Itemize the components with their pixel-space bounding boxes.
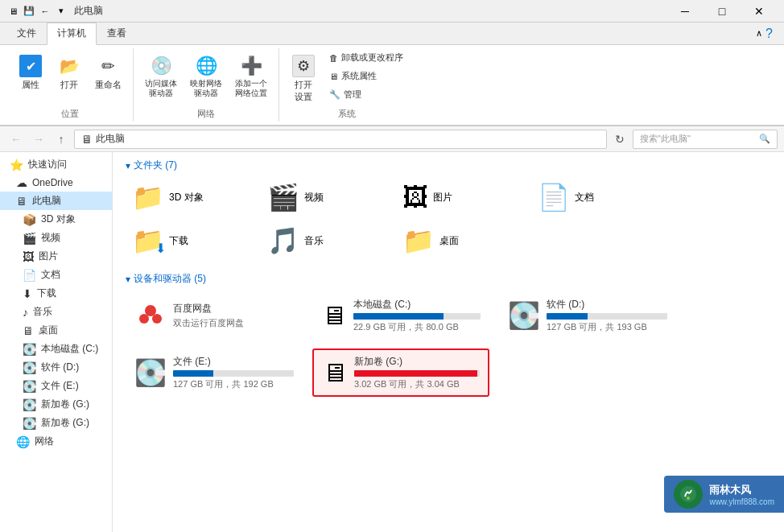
folder-downloads[interactable]: 📁 ⬇ 下载 xyxy=(126,222,254,259)
folder-video-icon: 🎬 xyxy=(267,182,299,212)
sidebar-item-onedrive[interactable]: ☁ OneDrive xyxy=(0,174,112,192)
file-e-info: 文件 (E:) 127 GB 可用，共 192 GB xyxy=(173,355,294,390)
ribbon-group-position: ✔ 属性 📂 打开 ✏ 重命名 位置 xyxy=(6,48,134,122)
sidebar-item-desktop[interactable]: 🖥 桌面 xyxy=(0,321,112,340)
map-drive-icon: 🌐 xyxy=(193,53,219,79)
desktop-label: 桌面 xyxy=(39,324,58,337)
drive-local-c[interactable]: 🖥 本地磁盘 (C:) 22.9 GB 可用，共 80.0 GB xyxy=(312,292,489,339)
ribbon-collapse-button[interactable]: ∧ ? xyxy=(751,23,778,44)
search-icon: 🔍 xyxy=(759,134,770,144)
tab-view[interactable]: 查看 xyxy=(97,23,137,44)
folder-section-label: 文件夹 (7) xyxy=(134,159,177,172)
sidebar-item-soft-d[interactable]: 💽 软件 (D:) xyxy=(0,358,112,377)
tab-file[interactable]: 文件 xyxy=(6,23,47,44)
sidebar-item-local-c[interactable]: 💽 本地磁盘 (C:) xyxy=(0,340,112,358)
open-button[interactable]: 📂 打开 xyxy=(52,50,87,94)
3d-label: 3D 对象 xyxy=(41,212,76,226)
sidebar-item-this-pc[interactable]: 🖥 此电脑 xyxy=(0,192,112,210)
rename-label: 重命名 xyxy=(95,79,122,91)
maximize-button[interactable]: □ xyxy=(704,0,741,23)
uninstall-button[interactable]: 🗑 卸载或更改程序 xyxy=(324,50,408,65)
dropdown-icon[interactable]: ▾ xyxy=(55,5,68,18)
baidu-icon xyxy=(134,299,167,332)
pc-icon: 🖥 xyxy=(16,195,27,208)
close-button[interactable]: ✕ xyxy=(741,0,778,23)
drive-section-header[interactable]: ▾ 设备和驱动器 (5) xyxy=(126,272,771,286)
sidebar-item-pictures[interactable]: 🖼 图片 xyxy=(0,247,112,266)
chevron-up-icon: ∧ xyxy=(756,28,762,39)
properties-button[interactable]: ✔ 属性 xyxy=(13,50,48,94)
folder-video-label: 视频 xyxy=(304,191,324,204)
drive-file-e[interactable]: 💽 文件 (E:) 127 GB 可用，共 192 GB xyxy=(126,348,303,397)
sidebar-item-3d[interactable]: 📦 3D 对象 xyxy=(0,210,112,229)
local-c-bar xyxy=(353,313,444,320)
back-history-icon[interactable]: ← xyxy=(39,5,52,18)
new-g-bar-container xyxy=(354,370,480,377)
nav-bar: ← → ↑ 🖥 此电脑 ↻ 搜索"此电脑" 🔍 xyxy=(0,126,784,152)
sidebar: ⭐ 快速访问 ☁ OneDrive 🖥 此电脑 📦 3D 对象 🎬 视频 🖼 图… xyxy=(0,152,113,532)
folder-3d[interactable]: 📁 3D 对象 xyxy=(126,179,254,216)
folder-documents[interactable]: 📄 文档 xyxy=(531,179,660,216)
back-button[interactable]: ← xyxy=(6,130,26,149)
folder-music-label: 音乐 xyxy=(304,234,324,248)
ribbon-group-network: 💿 访问媒体驱动器 🌐 映射网络驱动器 ➕ 添加一个网络位置 网络 xyxy=(134,48,279,122)
watermark-logo xyxy=(674,480,703,509)
media-drive-button[interactable]: 💿 访问媒体驱动器 xyxy=(140,50,182,101)
video-label: 视频 xyxy=(41,231,60,245)
sidebar-item-file-e[interactable]: 💽 文件 (E:) xyxy=(0,377,112,395)
system-props-button[interactable]: 🖥 系统属性 xyxy=(324,68,408,84)
sidebar-item-music[interactable]: ♪ 音乐 xyxy=(0,303,112,321)
drive-new-g[interactable]: 🖥 新加卷 (G:) 3.02 GB 可用，共 3.04 GB xyxy=(312,348,489,397)
sidebar-item-new-g1[interactable]: 💽 新加卷 (G:) xyxy=(0,395,112,414)
sidebar-item-quick-access[interactable]: ⭐ 快速访问 xyxy=(0,155,112,174)
minimize-button[interactable]: ─ xyxy=(666,0,704,23)
manage-icon: 🔧 xyxy=(329,89,340,100)
watermark-line1: 雨林木风 xyxy=(709,483,774,497)
settings-button[interactable]: ⚙ 打开设置 xyxy=(286,50,321,106)
open-icon: 📂 xyxy=(56,53,82,79)
add-network-icon: ➕ xyxy=(238,53,264,79)
manage-button[interactable]: 🔧 管理 xyxy=(324,87,408,102)
folder-desktop[interactable]: 📁 桌面 xyxy=(396,222,525,259)
position-items: ✔ 属性 📂 打开 ✏ 重命名 xyxy=(13,50,126,106)
system-props-label: 系统属性 xyxy=(341,70,377,82)
search-box[interactable]: 搜索"此电脑" 🔍 xyxy=(633,130,778,149)
map-drive-label: 映射网络驱动器 xyxy=(190,79,222,98)
tab-computer[interactable]: 计算机 xyxy=(47,23,97,45)
sidebar-item-network[interactable]: 🌐 网络 xyxy=(0,432,112,451)
local-c-bar-container xyxy=(353,313,481,320)
title-text: 此电脑 xyxy=(74,4,103,18)
sidebar-item-video[interactable]: 🎬 视频 xyxy=(0,229,112,247)
3d-icon: 📦 xyxy=(23,213,36,226)
add-network-button[interactable]: ➕ 添加一个网络位置 xyxy=(230,50,272,101)
rename-button[interactable]: ✏ 重命名 xyxy=(90,50,126,94)
position-group-label: 位置 xyxy=(61,106,79,120)
quick-access-icon[interactable]: 💾 xyxy=(23,5,35,18)
folder-pictures[interactable]: 🖼 图片 xyxy=(396,179,525,216)
ribbon-tabs: 文件 计算机 查看 ∧ ? xyxy=(0,23,784,45)
file-e-label: 文件 (E:) xyxy=(41,379,79,393)
svg-point-1 xyxy=(139,314,149,324)
sidebar-item-downloads[interactable]: ⬇ 下载 xyxy=(0,284,112,303)
settings-icon: ⚙ xyxy=(291,53,316,79)
drive-soft-d[interactable]: 💽 软件 (D:) 127 GB 可用，共 193 GB xyxy=(499,292,676,339)
soft-d-drive-name: 软件 (D:) xyxy=(547,298,667,311)
new-g-bar xyxy=(354,370,477,377)
add-network-label: 添加一个网络位置 xyxy=(235,79,267,98)
quick-access-label: 快速访问 xyxy=(28,158,67,171)
drive-baidu[interactable]: 百度网盘 双击运行百度网盘 xyxy=(126,292,303,339)
new-g-drive-icon: 🖥 xyxy=(322,358,348,388)
pictures-label: 图片 xyxy=(39,250,58,263)
folder-video[interactable]: 🎬 视频 xyxy=(261,179,390,216)
file-e-drive-name: 文件 (E:) xyxy=(173,355,294,369)
address-bar[interactable]: 🖥 此电脑 xyxy=(74,130,607,149)
folder-music[interactable]: 🎵 音乐 xyxy=(261,222,390,259)
folder-section-header[interactable]: ▾ 文件夹 (7) xyxy=(126,159,771,172)
sidebar-item-new-g2[interactable]: 💽 新加卷 (G:) xyxy=(0,414,112,432)
sidebar-item-documents[interactable]: 📄 文档 xyxy=(0,266,112,284)
refresh-button[interactable]: ↻ xyxy=(610,130,629,149)
forward-button[interactable]: → xyxy=(29,130,48,149)
media-drive-label: 访问媒体驱动器 xyxy=(145,79,177,98)
map-drive-button[interactable]: 🌐 映射网络驱动器 xyxy=(185,50,227,101)
up-button[interactable]: ↑ xyxy=(52,130,71,149)
